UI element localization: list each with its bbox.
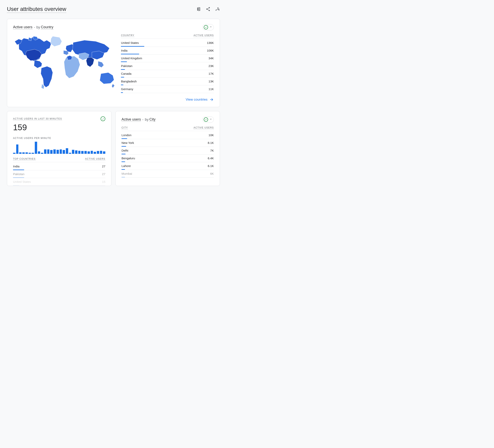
- table-row[interactable]: India27: [13, 163, 105, 170]
- row-bar: [121, 77, 124, 77]
- status-check-dropdown[interactable]: [202, 24, 214, 30]
- row-label: New York: [122, 141, 134, 144]
- per-minute-label: ACTIVE USERS PER MINUTE: [13, 137, 51, 139]
- row-bar: [121, 85, 123, 85]
- row-label: London: [122, 133, 131, 137]
- chevron-down-icon: [209, 25, 212, 29]
- check-icon[interactable]: [100, 116, 105, 121]
- table-row[interactable]: United States136K: [121, 39, 214, 47]
- row-label: Canada: [121, 72, 131, 75]
- row-value: 34K: [209, 57, 214, 60]
- row-label: United States: [121, 41, 139, 44]
- table-row[interactable]: Canada17K: [121, 70, 214, 78]
- row-label: Bengaluru: [122, 157, 135, 160]
- country-dimension[interactable]: Country: [41, 25, 53, 29]
- table-row[interactable]: New York8.1K: [122, 139, 214, 147]
- compare-icon[interactable]: [196, 7, 201, 12]
- bar: [38, 151, 40, 154]
- page-title: User attributes overview: [7, 6, 66, 13]
- table-row[interactable]: Lahore6.1K: [122, 162, 214, 170]
- row-value: 10K: [209, 133, 214, 137]
- svg-rect-1: [199, 8, 200, 11]
- share-icon[interactable]: [206, 7, 210, 12]
- row-value: 15: [102, 180, 105, 183]
- table-row[interactable]: London10K: [122, 131, 214, 139]
- bar: [16, 144, 19, 154]
- chevron-down-icon[interactable]: [142, 118, 144, 122]
- status-check-dropdown[interactable]: [202, 116, 214, 123]
- bar: [35, 142, 37, 154]
- row-bar: [122, 162, 125, 162]
- header-actions: [196, 7, 220, 12]
- bar: [19, 152, 22, 154]
- row-value: 13K: [209, 80, 214, 83]
- row-bar: [121, 92, 123, 93]
- row-label: India: [13, 165, 20, 168]
- row-value: 17K: [209, 72, 214, 75]
- bar: [53, 149, 56, 154]
- row-value: 106K: [207, 49, 214, 52]
- bar: [91, 151, 93, 154]
- table-row[interactable]: United States15: [13, 178, 105, 186]
- row-value: 11K: [209, 87, 214, 91]
- realtime-title: ACTIVE USERS IN LAST 30 MINUTES: [13, 117, 62, 120]
- table-row[interactable]: United Kingdom34K: [121, 55, 214, 62]
- col-country: COUNTRY: [121, 34, 134, 37]
- row-bar: [122, 138, 127, 139]
- col-city: CITY: [122, 126, 128, 129]
- bar: [75, 150, 77, 154]
- bar: [94, 152, 96, 154]
- row-bar: [121, 62, 127, 62]
- row-bar: [13, 185, 19, 186]
- row-label: India: [121, 49, 127, 52]
- row-bar: [122, 146, 126, 147]
- check-icon: [204, 117, 208, 122]
- view-countries-link[interactable]: View countries: [186, 98, 214, 102]
- insights-icon[interactable]: [215, 7, 220, 12]
- city-dimension[interactable]: City: [149, 117, 156, 122]
- bar: [97, 151, 99, 154]
- city-metric[interactable]: Active users: [122, 117, 141, 122]
- row-value: 8.1K: [208, 141, 214, 144]
- country-metric[interactable]: Active users: [13, 25, 32, 29]
- check-icon: [204, 25, 208, 29]
- table-row[interactable]: Bengaluru6.4K: [122, 155, 214, 162]
- row-label: Pakistan: [13, 172, 25, 176]
- table-row[interactable]: Pakistan23K: [121, 62, 214, 70]
- row-value: 23K: [209, 64, 214, 68]
- bar: [87, 151, 90, 154]
- row-label: United States: [13, 180, 31, 183]
- row-value: 6.4K: [208, 157, 214, 160]
- row-bar: [122, 169, 125, 170]
- row-bar: [13, 170, 24, 170]
- svg-rect-0: [197, 8, 198, 11]
- row-label: Bangladesh: [121, 80, 136, 83]
- bar: [81, 151, 84, 154]
- row-label: Pakistan: [121, 64, 132, 68]
- table-row[interactable]: Bangladesh13K: [121, 78, 214, 85]
- country-card-title: Active users by Country: [13, 25, 53, 29]
- chevron-down-icon[interactable]: [33, 25, 36, 29]
- bar: [22, 152, 25, 154]
- bar: [66, 148, 68, 154]
- table-row[interactable]: India106K: [121, 47, 214, 55]
- row-label: Germany: [121, 87, 133, 91]
- bar: [84, 151, 87, 154]
- bar: [13, 153, 15, 154]
- col-active-users: ACTIVE USERS: [85, 158, 105, 161]
- table-row[interactable]: Germany11K: [121, 85, 214, 93]
- bar: [78, 151, 81, 154]
- bar: [29, 153, 31, 154]
- table-row[interactable]: Mumbai6K: [122, 170, 214, 178]
- col-active-users: ACTIVE USERS: [194, 34, 214, 37]
- bar: [69, 153, 71, 154]
- city-card-title: Active users by City: [122, 117, 156, 122]
- bar: [47, 149, 49, 154]
- table-row[interactable]: Pakistan27: [13, 170, 105, 178]
- table-row[interactable]: Delhi7K: [122, 147, 214, 155]
- row-bar: [122, 177, 125, 177]
- bar: [57, 150, 59, 154]
- bar: [72, 150, 74, 154]
- row-bar: [13, 177, 24, 178]
- world-map[interactable]: [13, 34, 115, 91]
